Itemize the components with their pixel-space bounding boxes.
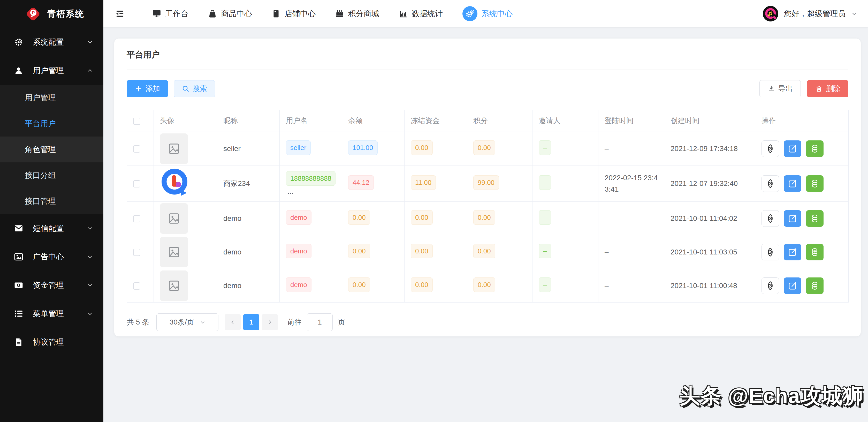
header-nickname: 昵称 — [217, 110, 280, 132]
view-button[interactable] — [762, 141, 779, 157]
nav-item-shop-center[interactable]: 店铺中心 — [272, 8, 316, 19]
main-area: 工作台 商品中心 店铺中心 — [103, 0, 868, 422]
table-row: demo demo 0.00 0.00 0.00 – – 2021-10-01 … — [127, 202, 848, 235]
sidebar-item-system-config[interactable]: 系统配置 — [0, 28, 103, 56]
chevron-down-icon — [851, 10, 858, 17]
sidebar-submenu-user-management: 用户管理 平台用户 角色管理 接口分组 接口管理 — [0, 85, 103, 214]
sidebar-item-menu-management[interactable]: 菜单管理 — [0, 299, 103, 328]
points-tag: 0.00 — [473, 277, 495, 292]
coins-button[interactable] — [806, 141, 824, 157]
goto-page-input[interactable] — [307, 313, 333, 331]
table-row: 商家234 18888888888... 44.12 11.00 99.00 –… — [127, 165, 848, 202]
select-all-checkbox[interactable] — [133, 118, 141, 125]
row-checkbox[interactable] — [133, 145, 141, 153]
search-button[interactable]: 搜索 — [174, 80, 215, 97]
sidebar-item-funds-management[interactable]: 资金管理 — [0, 271, 103, 299]
frozen-tag: 0.00 — [411, 141, 433, 155]
sidebar-subitem-api-management[interactable]: 接口管理 — [0, 188, 103, 214]
cell-nickname: demo — [217, 269, 280, 303]
nav-item-label: 系统中心 — [482, 8, 513, 19]
avatar-placeholder — [160, 203, 188, 234]
gear-icon — [14, 38, 23, 47]
frozen-tag: 0.00 — [411, 244, 433, 258]
row-checkbox[interactable] — [133, 249, 141, 256]
gears-icon — [462, 6, 477, 21]
inviter-tag: – — [539, 210, 551, 225]
sidebar-subitem-platform-users[interactable]: 平台用户 — [0, 111, 103, 137]
sidebar-item-label: 资金管理 — [33, 280, 64, 291]
sidebar-subitem-role-management[interactable]: 角色管理 — [0, 137, 103, 162]
prev-page-button[interactable] — [225, 314, 241, 330]
chevron-down-icon — [200, 319, 206, 325]
sidebar-item-ad-center[interactable]: 广告中心 — [0, 243, 103, 271]
edit-button[interactable] — [784, 175, 801, 192]
page-number-1[interactable]: 1 — [243, 314, 259, 330]
cell-nickname: 商家234 — [217, 165, 280, 202]
sidebar-item-user-management[interactable]: 用户管理 — [0, 56, 103, 85]
platform-users-card: 平台用户 添加 搜索 导出 — [114, 38, 861, 336]
username-tag: 18888888888 — [286, 171, 336, 186]
row-checkbox[interactable] — [133, 215, 141, 222]
nav-item-label: 积分商城 — [348, 8, 379, 19]
chevron-up-icon — [87, 67, 93, 74]
coins-button[interactable] — [806, 277, 824, 294]
coins-button[interactable] — [806, 244, 824, 261]
view-button[interactable] — [762, 210, 779, 227]
pagination: 共 5 条 30条/页 1 前往 页 — [127, 313, 848, 331]
coins-button[interactable] — [806, 210, 824, 227]
page-unit-label: 页 — [338, 317, 345, 327]
add-button[interactable]: 添加 — [127, 80, 168, 97]
points-tag: 0.00 — [473, 210, 495, 225]
nav-item-workbench[interactable]: 工作台 — [152, 8, 188, 19]
next-page-button[interactable] — [262, 314, 278, 330]
user-icon — [14, 66, 23, 75]
inviter-tag: – — [539, 175, 551, 190]
cell-login-time: – — [598, 202, 664, 235]
edit-button[interactable] — [784, 244, 801, 261]
balance-tag: 0.00 — [348, 244, 370, 258]
toolbar-right: 导出 删除 — [760, 80, 848, 97]
document-icon — [14, 338, 23, 346]
sidebar-fold-icon[interactable] — [115, 9, 125, 19]
sidebar-item-label: 短信配置 — [33, 223, 64, 234]
header-created-time: 创建时间 — [664, 110, 755, 132]
header-operations: 操作 — [755, 110, 848, 132]
header-points: 积分 — [467, 110, 532, 132]
coins-button[interactable] — [806, 175, 824, 192]
topbar: 工作台 商品中心 店铺中心 — [103, 0, 868, 27]
chevron-down-icon — [87, 225, 93, 232]
cell-nickname: demo — [217, 235, 280, 269]
header-username: 用户名 — [280, 110, 342, 132]
page-size-select[interactable]: 30条/页 — [156, 313, 218, 331]
sidebar-item-sms-config[interactable]: 短信配置 — [0, 214, 103, 243]
top-navigation: 工作台 商品中心 店铺中心 — [152, 6, 513, 21]
app-root: P 青梧系统 系统配置 用户管理 — [0, 0, 868, 422]
export-button[interactable]: 导出 — [760, 80, 801, 97]
nav-item-data-statistics[interactable]: 数据统计 — [399, 8, 443, 19]
points-tag: 0.00 — [473, 141, 495, 155]
sidebar-subitem-api-groups[interactable]: 接口分组 — [0, 162, 103, 188]
nav-item-system-center[interactable]: 系统中心 — [462, 6, 513, 21]
sidebar-subitem-user-management[interactable]: 用户管理 — [0, 85, 103, 111]
sidebar-item-agreement-management[interactable]: 协议管理 — [0, 328, 103, 356]
nav-item-product-center[interactable]: 商品中心 — [208, 8, 252, 19]
shopping-bag-icon — [208, 9, 217, 18]
view-button[interactable] — [762, 277, 779, 294]
user-menu[interactable]: 您好，超级管理员 — [763, 6, 858, 22]
app-logo[interactable]: P 青梧系统 — [0, 0, 103, 28]
inviter-tag: – — [539, 244, 551, 258]
view-button[interactable] — [762, 244, 779, 261]
edit-button[interactable] — [784, 141, 801, 157]
table-row: seller seller 101.00 0.00 0.00 – – 2021-… — [127, 132, 848, 165]
row-checkbox[interactable] — [133, 180, 141, 187]
view-button[interactable] — [762, 175, 779, 192]
balance-tag: 44.12 — [348, 175, 374, 190]
edit-button[interactable] — [784, 210, 801, 227]
frozen-tag: 0.00 — [411, 277, 433, 292]
row-checkbox[interactable] — [133, 282, 141, 290]
chevron-down-icon — [87, 310, 93, 317]
app-title: 青梧系统 — [47, 8, 84, 20]
edit-button[interactable] — [784, 277, 801, 294]
delete-button[interactable]: 删除 — [807, 80, 848, 97]
nav-item-points-mall[interactable]: 积分商城 — [335, 8, 379, 19]
